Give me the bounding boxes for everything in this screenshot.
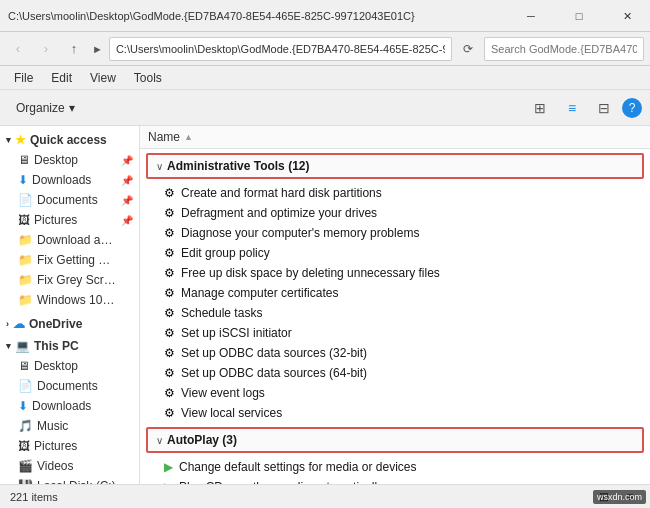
sidebar-item-label: Documents [37, 193, 98, 207]
item-count: 221 items [10, 491, 58, 503]
tool-icon: ⚙ [164, 286, 175, 300]
thispc-label: This PC [34, 339, 79, 353]
chevron-right-icon: › [130, 481, 133, 484]
file-entry-name: Play CDs or other media automatically [179, 480, 642, 484]
menu-file[interactable]: File [6, 69, 41, 87]
chevron-right-icon: › [6, 319, 9, 329]
documents-icon: 📄 [18, 193, 33, 207]
star-icon: ★ [15, 133, 26, 147]
view-layout-button[interactable]: ⊞ [526, 94, 554, 122]
desktop-icon: 🖥 [18, 359, 30, 373]
search-input[interactable] [484, 37, 644, 61]
view-details-button[interactable]: ⊟ [590, 94, 618, 122]
up-button[interactable]: ↑ [62, 37, 86, 61]
sidebar-item-fix-grey[interactable]: 📁 Fix Grey Screen o... [0, 270, 139, 290]
sidebar-item-downloads-qa[interactable]: ⬇ Downloads 📌 [0, 170, 139, 190]
file-entry-name: Diagnose your computer's memory problems [181, 226, 642, 240]
file-entry-name: Change default settings for media or dev… [179, 460, 642, 474]
close-button[interactable]: ✕ [604, 0, 650, 32]
download-icon: ⬇ [18, 399, 28, 413]
file-entry-name: View local services [181, 406, 642, 420]
tool-icon: ⚙ [164, 346, 175, 360]
file-entry-change-default[interactable]: ▶ Change default settings for media or d… [140, 457, 650, 477]
sidebar-item-label: Downloads [32, 399, 91, 413]
address-input[interactable] [109, 37, 452, 61]
file-entry-diagnose[interactable]: ⚙ Diagnose your computer's memory proble… [140, 223, 650, 243]
download-icon: ⬇ [18, 173, 28, 187]
file-entry-name: Edit group policy [181, 246, 642, 260]
file-entry-schedule[interactable]: ⚙ Schedule tasks [140, 303, 650, 323]
file-entry-event-logs[interactable]: ⚙ View event logs [140, 383, 650, 403]
sort-arrow-icon: ▲ [184, 132, 193, 142]
file-entry-manage-certs[interactable]: ⚙ Manage computer certificates [140, 283, 650, 303]
sidebar-item-pictures-pc[interactable]: 🖼 Pictures [0, 436, 139, 456]
category-autoplay: ∨ AutoPlay (3) ▶ Change default settings… [140, 427, 650, 484]
sidebar-item-documents-qa[interactable]: 📄 Documents 📌 [0, 190, 139, 210]
name-column-header[interactable]: Name [148, 130, 180, 144]
folder-icon: 📁 [18, 293, 33, 307]
file-entry-odbc64[interactable]: ⚙ Set up ODBC data sources (64-bit) [140, 363, 650, 383]
file-entry-name: Manage computer certificates [181, 286, 642, 300]
chevron-down-icon: ▾ [6, 341, 11, 351]
file-entry-defragment[interactable]: ⚙ Defragment and optimize your drives [140, 203, 650, 223]
minimize-button[interactable]: ─ [508, 0, 554, 32]
sidebar-item-windows10[interactable]: 📁 Windows 10 God... [0, 290, 139, 310]
refresh-button[interactable]: ⟳ [456, 37, 480, 61]
category-header-autoplay[interactable]: ∨ AutoPlay (3) [146, 427, 644, 453]
sidebar-item-music-pc[interactable]: 🎵 Music [0, 416, 139, 436]
sidebar-item-download-in[interactable]: 📁 Download and In... [0, 230, 139, 250]
file-entry-create-format[interactable]: ⚙ Create and format hard disk partitions [140, 183, 650, 203]
tool-icon: ⚙ [164, 186, 175, 200]
address-arrow: ► [90, 43, 105, 55]
sidebar-item-localdisk[interactable]: 💾 Local Disk (C:) › [0, 476, 139, 484]
chevron-down-icon: ▾ [6, 135, 11, 145]
sidebar-item-desktop-qa[interactable]: 🖥 Desktop 📌 [0, 150, 139, 170]
maximize-button[interactable]: □ [556, 0, 602, 32]
disk-icon: 💾 [18, 479, 33, 484]
menu-tools[interactable]: Tools [126, 69, 170, 87]
tool-icon: ⚙ [164, 266, 175, 280]
tool-icon: ⚙ [164, 386, 175, 400]
sidebar-section-quick-access[interactable]: ▾ ★ Quick access [0, 130, 139, 150]
tool-icon: ⚙ [164, 246, 175, 260]
sidebar-section-thispc[interactable]: ▾ 💻 This PC [0, 336, 139, 356]
tool-icon: ⚙ [164, 226, 175, 240]
organize-arrow: ▾ [69, 101, 75, 115]
pictures-icon: 🖼 [18, 213, 30, 227]
address-bar: ‹ › ↑ ► ⟳ [0, 32, 650, 66]
title-bar: C:\Users\moolin\Desktop\GodMode.{ED7BA47… [0, 0, 650, 32]
organize-button[interactable]: Organize ▾ [8, 97, 83, 119]
file-entry-local-services[interactable]: ⚙ View local services [140, 403, 650, 423]
file-entry-iscsi[interactable]: ⚙ Set up iSCSI initiator [140, 323, 650, 343]
sidebar-item-fix-getting[interactable]: 📁 Fix Getting Wind... [0, 250, 139, 270]
sidebar-item-desktop-pc[interactable]: 🖥 Desktop [0, 356, 139, 376]
file-list: Name ▲ ∨ Administrative Tools (12) ⚙ Cre… [140, 126, 650, 484]
category-header-admin[interactable]: ∨ Administrative Tools (12) [146, 153, 644, 179]
category-title-autoplay: AutoPlay (3) [167, 433, 634, 447]
menu-view[interactable]: View [82, 69, 124, 87]
sidebar-item-pictures-qa[interactable]: 🖼 Pictures 📌 [0, 210, 139, 230]
sidebar-item-label: Desktop [34, 153, 78, 167]
sidebar-item-label: Fix Getting Wind... [37, 253, 117, 267]
back-button[interactable]: ‹ [6, 37, 30, 61]
view-list-button[interactable]: ≡ [558, 94, 586, 122]
videos-icon: 🎬 [18, 459, 33, 473]
sidebar-item-videos-pc[interactable]: 🎬 Videos [0, 456, 139, 476]
sidebar-item-downloads-pc[interactable]: ⬇ Downloads [0, 396, 139, 416]
sidebar-item-label: Downloads [32, 173, 91, 187]
tool-icon: ⚙ [164, 326, 175, 340]
file-entry-play-cds[interactable]: ▶ Play CDs or other media automatically [140, 477, 650, 484]
sidebar-item-label: Music [37, 419, 68, 433]
file-entry-group-policy[interactable]: ⚙ Edit group policy [140, 243, 650, 263]
help-button[interactable]: ? [622, 98, 642, 118]
sidebar-item-documents-pc[interactable]: 📄 Documents [0, 376, 139, 396]
file-entry-name: Free up disk space by deleting unnecessa… [181, 266, 642, 280]
tool-icon: ⚙ [164, 366, 175, 380]
file-entry-free-up[interactable]: ⚙ Free up disk space by deleting unneces… [140, 263, 650, 283]
forward-button[interactable]: › [34, 37, 58, 61]
menu-edit[interactable]: Edit [43, 69, 80, 87]
sidebar-item-label: Download and In... [37, 233, 117, 247]
file-entry-odbc32[interactable]: ⚙ Set up ODBC data sources (32-bit) [140, 343, 650, 363]
pin-icon: 📌 [121, 195, 133, 206]
sidebar-section-onedrive[interactable]: › ☁ OneDrive [0, 314, 139, 334]
